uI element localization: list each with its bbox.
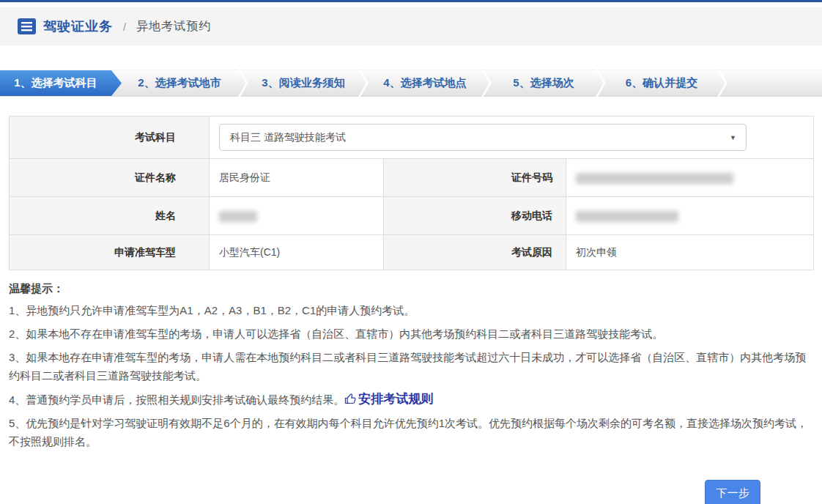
top-accent-line [0, 0, 822, 2]
tip-item-1: 1、异地预约只允许申请准驾车型为A1，A2，A3，B1，B2，C1的申请人预约考… [9, 301, 813, 319]
tip-item-4-text: 4、普通预约学员申请后，按照相关规则安排考试确认最终预约结果。 [9, 393, 344, 406]
redacted-mobile [576, 211, 678, 222]
applicant-info-table: 考试科目 科目三 道路驾驶技能考试 ▼ 证件名称 居民身份证 证件号码 姓名 移… [9, 116, 814, 270]
table-row: 姓名 移动电话 [10, 197, 814, 235]
breadcrumb-header: 驾驶证业务 / 异地考试预约 [0, 7, 822, 45]
step-label: 1、选择考试科目 [14, 76, 97, 90]
table-row: 考试科目 科目三 道路驾驶技能考试 ▼ [10, 116, 814, 159]
tip-item-5: 5、优先预约是针对学习驾驶证明有效期不足6个月的，在有效期内每个科目允许优先预约… [9, 414, 813, 451]
name-value [210, 197, 384, 235]
step-wizard-bar: 1、选择考试科目 2、选择考试地市 3、阅读业务须知 4、选择考试地点 5、选择… [0, 70, 822, 97]
page-title: 驾驶证业务 [43, 18, 113, 35]
exam-reason-label: 考试原因 [384, 235, 566, 270]
tip-item-2: 2、如果本地不存在申请准驾车型的考场，申请人可以选择省（自治区、直辖市）内其他考… [9, 325, 813, 343]
mobile-value [566, 197, 814, 235]
step-bar-filler [728, 70, 822, 96]
step-chevron-separator [481, 70, 492, 96]
step-chevron-separator [595, 70, 607, 96]
step-label: 5、选择场次 [513, 76, 574, 90]
exam-subject-cell: 科目三 道路驾驶技能考试 ▼ [210, 116, 814, 159]
mobile-label: 移动电话 [384, 197, 566, 235]
tip-item-4: 4、普通预约学员申请后，按照相关规则安排考试确认最终预约结果。安排考试规则 [9, 390, 813, 409]
exam-reason-value: 初次申领 [566, 235, 814, 270]
exam-subject-select[interactable]: 科目三 道路驾驶技能考试 ▼ [219, 124, 747, 151]
step-2-select-city[interactable]: 2、选择考试地市 [122, 70, 237, 96]
step-label: 6、确认并提交 [626, 76, 697, 90]
exam-rules-link[interactable]: 安排考试规则 [344, 390, 433, 408]
exam-rules-link-label: 安排考试规则 [358, 390, 433, 408]
cert-name-label: 证件名称 [10, 159, 210, 197]
step-chevron-separator [358, 70, 369, 96]
redacted-cert-number [576, 173, 733, 184]
step-chevron-separator [717, 70, 728, 96]
step-4-select-location[interactable]: 4、选择考试地点 [369, 70, 481, 96]
step-6-confirm-submit[interactable]: 6、确认并提交 [607, 70, 717, 96]
list-icon [18, 18, 36, 34]
next-step-button[interactable]: 下一步 [705, 480, 760, 504]
tips-title: 温馨提示： [9, 282, 813, 296]
tips-section: 温馨提示： 1、异地预约只允许申请准驾车型为A1，A2，A3，B1，B2，C1的… [9, 282, 813, 451]
cert-number-label: 证件号码 [384, 159, 566, 197]
cert-number-value [566, 159, 814, 197]
exam-subject-label: 考试科目 [10, 116, 210, 159]
redacted-name [219, 211, 257, 222]
breadcrumb-separator: / [123, 21, 126, 33]
step-1-select-subject[interactable]: 1、选择考试科目 [0, 70, 122, 96]
step-3-read-notice[interactable]: 3、阅读业务须知 [249, 70, 358, 96]
vehicle-type-value: 小型汽车(C1) [210, 235, 384, 270]
step-label: 2、选择考试地市 [138, 76, 221, 90]
chevron-down-icon: ▼ [730, 134, 736, 141]
footer-actions: 下一步 [0, 480, 822, 504]
step-label: 4、选择考试地点 [383, 76, 466, 90]
step-5-select-session[interactable]: 5、选择场次 [492, 70, 595, 96]
cert-name-value: 居民身份证 [210, 159, 384, 197]
step-chevron-separator [237, 70, 249, 96]
tip-item-3: 3、如果本地存在申请准驾车型的考场，申请人需在本地预约科目二或者科目三道路驾驶技… [9, 348, 813, 385]
step-label: 3、阅读业务须知 [262, 76, 344, 90]
name-label: 姓名 [10, 197, 210, 235]
table-row: 证件名称 居民身份证 证件号码 [10, 159, 814, 197]
vehicle-type-label: 申请准驾车型 [10, 235, 210, 270]
breadcrumb-current: 异地考试预约 [136, 19, 211, 34]
exam-subject-selected-value: 科目三 道路驾驶技能考试 [230, 131, 346, 144]
table-row: 申请准驾车型 小型汽车(C1) 考试原因 初次申领 [10, 235, 814, 270]
thumbs-up-icon [344, 393, 357, 405]
